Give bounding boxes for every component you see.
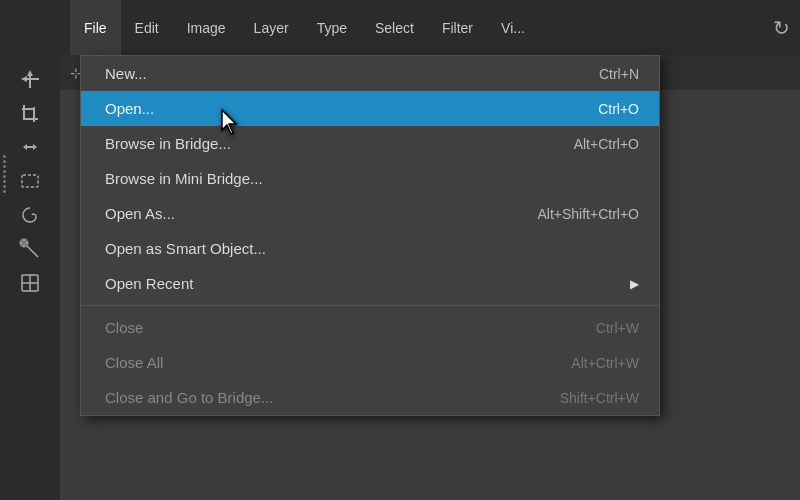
menu-open-recent-label: Open Recent: [105, 275, 193, 292]
undo-icon[interactable]: ↻: [773, 16, 790, 40]
menu-open-as-label: Open As...: [105, 205, 175, 222]
file-dropdown-menu: New... Ctrl+N Open... Ctrl+O Browse in B…: [80, 55, 660, 416]
menu-bar: File Edit Image Layer Type Select Filter…: [0, 0, 800, 55]
menu-item-layer[interactable]: Layer: [240, 0, 303, 55]
menu-browse-mini[interactable]: Browse in Mini Bridge...: [81, 161, 659, 196]
menu-close-go-bridge-label: Close and Go to Bridge...: [105, 389, 273, 406]
menu-item-image[interactable]: Image: [173, 0, 240, 55]
menu-open-smart[interactable]: Open as Smart Object...: [81, 231, 659, 266]
menu-open-shortcut: Ctrl+O: [598, 101, 639, 117]
menu-item-file[interactable]: File: [70, 0, 121, 55]
file-dropdown: New... Ctrl+N Open... Ctrl+O Browse in B…: [80, 55, 660, 416]
menu-item-filter[interactable]: Filter: [428, 0, 487, 55]
menu-new-label: New...: [105, 65, 147, 82]
menu-browse-bridge[interactable]: Browse in Bridge... Alt+Ctrl+O: [81, 126, 659, 161]
svg-marker-4: [23, 144, 37, 150]
menu-item-select[interactable]: Select: [361, 0, 428, 55]
menu-close-label: Close: [105, 319, 143, 336]
menu-open-recent[interactable]: Open Recent ▶: [81, 266, 659, 301]
submenu-arrow-icon: ▶: [630, 277, 639, 291]
menu-divider-1: [81, 305, 659, 306]
menu-browse-bridge-shortcut: Alt+Ctrl+O: [574, 136, 639, 152]
menu-open-label: Open...: [105, 100, 154, 117]
pan-tool[interactable]: [12, 131, 48, 163]
magic-wand-tool[interactable]: [12, 233, 48, 265]
menu-new[interactable]: New... Ctrl+N: [81, 56, 659, 91]
scroll-indicator: [3, 155, 6, 193]
marquee-tool[interactable]: [12, 165, 48, 197]
slice-tool[interactable]: [12, 267, 48, 299]
menu-browse-mini-label: Browse in Mini Bridge...: [105, 170, 263, 187]
lasso-tool[interactable]: [12, 199, 48, 231]
crop-tool[interactable]: [12, 97, 48, 129]
menu-new-shortcut: Ctrl+N: [599, 66, 639, 82]
move-tool[interactable]: [12, 63, 48, 95]
menu-close[interactable]: Close Ctrl+W: [81, 310, 659, 345]
menu-open[interactable]: Open... Ctrl+O: [81, 91, 659, 126]
menu-close-shortcut: Ctrl+W: [596, 320, 639, 336]
menu-close-all[interactable]: Close All Alt+Ctrl+W: [81, 345, 659, 380]
menu-item-view[interactable]: Vi...: [487, 0, 539, 55]
menu-open-smart-label: Open as Smart Object...: [105, 240, 266, 257]
menu-close-all-shortcut: Alt+Ctrl+W: [571, 355, 639, 371]
menu-close-all-label: Close All: [105, 354, 163, 371]
menu-close-go-bridge[interactable]: Close and Go to Bridge... Shift+Ctrl+W: [81, 380, 659, 415]
menu-browse-bridge-label: Browse in Bridge...: [105, 135, 231, 152]
menu-item-edit[interactable]: Edit: [121, 0, 173, 55]
svg-rect-5: [22, 175, 38, 187]
menu-item-type[interactable]: Type: [303, 0, 361, 55]
menu-open-as[interactable]: Open As... Alt+Shift+Ctrl+O: [81, 196, 659, 231]
left-toolbar: [0, 55, 60, 500]
menu-open-as-shortcut: Alt+Shift+Ctrl+O: [537, 206, 639, 222]
menu-close-go-bridge-shortcut: Shift+Ctrl+W: [560, 390, 639, 406]
undo-area: ↻: [773, 0, 790, 55]
svg-line-6: [27, 246, 38, 257]
